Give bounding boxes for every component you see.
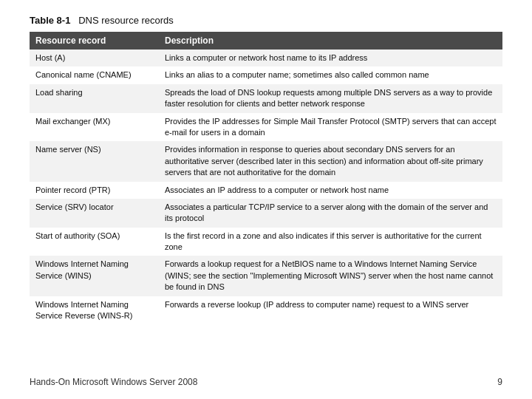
- table-row: Name server (NS)Provides information in …: [30, 141, 502, 181]
- record-cell: Pointer record (PTR): [30, 182, 159, 199]
- description-cell: Provides information in response to quer…: [159, 141, 502, 181]
- description-cell: Forwards a lookup request for a NetBIOS …: [159, 256, 502, 296]
- record-cell: Mail exchanger (MX): [30, 113, 159, 142]
- description-cell: Associates an IP address to a computer o…: [159, 182, 502, 199]
- table-row: Canonical name (CNAME)Links an alias to …: [30, 66, 502, 83]
- table-row: Pointer record (PTR)Associates an IP add…: [30, 182, 502, 199]
- record-cell: Name server (NS): [30, 141, 159, 181]
- record-cell: Windows Internet Naming Service (WINS): [30, 256, 159, 296]
- record-cell: Windows Internet Naming Service Reverse …: [30, 296, 159, 325]
- dns-records-table: Resource record Description Host (A)Link…: [30, 32, 502, 324]
- footer-right: 9: [497, 377, 502, 387]
- col-header-resource: Resource record: [30, 32, 159, 50]
- footer-left: Hands-On Microsoft Windows Server 2008: [30, 377, 197, 387]
- description-cell: Links an alias to a computer name; somet…: [159, 66, 502, 83]
- page-container: Table 8-1 DNS resource records Resource …: [0, 0, 532, 339]
- table-number: Table 8-1: [30, 15, 70, 26]
- record-cell: Service (SRV) locator: [30, 199, 159, 228]
- table-row: Load sharingSpreads the load of DNS look…: [30, 84, 502, 113]
- description-cell: Forwards a reverse lookup (IP address to…: [159, 296, 502, 325]
- description-cell: Links a computer or network host name to…: [159, 50, 502, 66]
- table-row: Windows Internet Naming Service (WINS)Fo…: [30, 256, 502, 296]
- description-cell: Spreads the load of DNS lookup requests …: [159, 84, 502, 113]
- table-row: Host (A)Links a computer or network host…: [30, 50, 502, 66]
- table-title: Table 8-1 DNS resource records: [30, 15, 502, 26]
- table-header-row: Resource record Description: [30, 32, 502, 50]
- record-cell: Canonical name (CNAME): [30, 66, 159, 83]
- description-cell: Associates a particular TCP/IP service t…: [159, 199, 502, 228]
- table-subtitle: DNS resource records: [78, 15, 174, 26]
- record-cell: Host (A): [30, 50, 159, 66]
- description-cell: Is the first record in a zone and also i…: [159, 228, 502, 256]
- col-header-description: Description: [159, 32, 502, 50]
- table-row: Windows Internet Naming Service Reverse …: [30, 296, 502, 325]
- table-row: Start of authority (SOA)Is the first rec…: [30, 228, 502, 256]
- record-cell: Start of authority (SOA): [30, 228, 159, 256]
- record-cell: Load sharing: [30, 84, 159, 113]
- description-cell: Provides the IP addresses for Simple Mai…: [159, 113, 502, 142]
- table-row: Service (SRV) locatorAssociates a partic…: [30, 199, 502, 228]
- footer: Hands-On Microsoft Windows Server 2008 9: [30, 377, 502, 387]
- table-row: Mail exchanger (MX)Provides the IP addre…: [30, 113, 502, 142]
